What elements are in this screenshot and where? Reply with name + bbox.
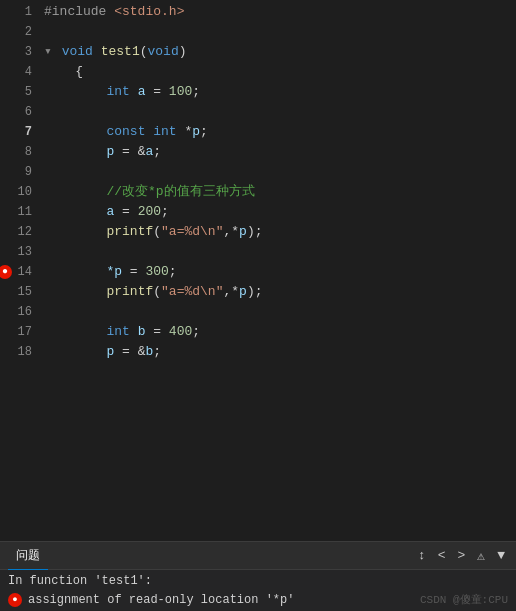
line-number-15: 15 — [0, 282, 32, 302]
line-number-1: 1 — [0, 2, 32, 22]
code-line-6 — [44, 102, 516, 122]
line-number-9: 9 — [0, 162, 32, 182]
line-number-7: 7 — [0, 122, 32, 142]
token: test1 — [101, 44, 140, 59]
token: int — [106, 324, 129, 339]
token: ( — [140, 44, 148, 59]
line-number-4: 4 — [0, 62, 32, 82]
line-number-10: 10 — [0, 182, 32, 202]
token: a — [138, 84, 146, 99]
token: b — [138, 324, 146, 339]
line-number-3: 3 — [0, 42, 32, 62]
code-line-4: { — [44, 62, 516, 82]
function-label: In function 'test1': — [8, 574, 508, 588]
token: int — [153, 124, 176, 139]
line-numbers: 12345678910111213●1415161718 — [0, 0, 40, 541]
token: int — [106, 84, 129, 99]
token: p — [239, 224, 247, 239]
token: 100 — [169, 84, 192, 99]
token: "a=%d\n" — [161, 224, 223, 239]
token: <stdio.h> — [114, 4, 184, 19]
code-line-14: *p = 300; — [44, 262, 516, 282]
code-content: #include <stdio.h> ▾ void test1(void) { … — [40, 0, 516, 541]
code-line-17: int b = 400; — [44, 322, 516, 342]
token: 200 — [138, 204, 161, 219]
code-line-1: #include <stdio.h> — [44, 2, 516, 22]
code-line-3: ▾ void test1(void) — [44, 42, 516, 62]
token: a — [145, 144, 153, 159]
token: 400 — [169, 324, 192, 339]
filter-icon[interactable]: ▼ — [494, 546, 508, 565]
prev-icon[interactable]: < — [435, 546, 449, 565]
line-number-6: 6 — [0, 102, 32, 122]
token: a — [106, 204, 114, 219]
token: #include — [44, 4, 114, 19]
fold-arrow[interactable]: ▾ — [44, 44, 60, 59]
code-area: 12345678910111213●1415161718 #include <s… — [0, 0, 516, 541]
code-line-9 — [44, 162, 516, 182]
token: const — [106, 124, 145, 139]
line-num-text: 11 — [18, 202, 32, 222]
token: p — [106, 344, 114, 359]
token: //改变*p的值有三种方式 — [106, 184, 254, 199]
error-message: assignment of read-only location '*p' — [28, 593, 294, 607]
error-icon: ● — [8, 593, 22, 607]
code-line-15: printf("a=%d\n",*p); — [44, 282, 516, 302]
line-num-text: 4 — [25, 62, 32, 82]
panel-icons: ↕ < > ⚠ ▼ — [415, 546, 508, 566]
line-number-8: 8 — [0, 142, 32, 162]
line-num-text: 13 — [18, 242, 32, 262]
line-num-text: 16 — [18, 302, 32, 322]
code-line-7: const int *p; — [44, 122, 516, 142]
token: printf — [106, 284, 153, 299]
code-line-18: p = &b; — [44, 342, 516, 362]
code-line-12: printf("a=%d\n",*p); — [44, 222, 516, 242]
token: "a=%d\n" — [161, 284, 223, 299]
line-number-11: 11 — [0, 202, 32, 222]
line-number-18: 18 — [0, 342, 32, 362]
line-num-text: 6 — [25, 102, 32, 122]
token: *p — [106, 264, 122, 279]
tab-problems[interactable]: 问题 — [8, 542, 48, 570]
token: { — [44, 64, 83, 79]
token: void — [62, 44, 93, 59]
code-line-11: a = 200; — [44, 202, 516, 222]
code-line-13 — [44, 242, 516, 262]
line-num-text: 9 — [25, 162, 32, 182]
line-number-17: 17 — [0, 322, 32, 342]
line-number-14: ●14 — [0, 262, 32, 282]
editor-container: 12345678910111213●1415161718 #include <s… — [0, 0, 516, 541]
sort-icon[interactable]: ↕ — [415, 546, 429, 565]
token: 300 — [145, 264, 168, 279]
line-num-text: 15 — [18, 282, 32, 302]
line-number-16: 16 — [0, 302, 32, 322]
token: p — [239, 284, 247, 299]
line-num-text: 10 — [18, 182, 32, 202]
next-icon[interactable]: > — [455, 546, 469, 565]
line-num-text: 8 — [25, 142, 32, 162]
error-indicator: ● — [0, 265, 12, 279]
token: p — [192, 124, 200, 139]
token: b — [145, 344, 153, 359]
code-line-2 — [44, 22, 516, 42]
line-num-text: 18 — [18, 342, 32, 362]
warning-icon[interactable]: ⚠ — [474, 546, 488, 566]
token: ) — [179, 44, 187, 59]
panel-tabs: 问题 ↕ < > ⚠ ▼ — [0, 542, 516, 570]
line-num-text: 3 — [25, 42, 32, 62]
line-number-13: 13 — [0, 242, 32, 262]
token: p — [106, 144, 114, 159]
line-num-text: 12 — [18, 222, 32, 242]
token: void — [148, 44, 179, 59]
line-num-text: 17 — [18, 322, 32, 342]
line-num-text: 14 — [18, 262, 32, 282]
line-num-text: 5 — [25, 82, 32, 102]
watermark: CSDN @傻童:CPU — [420, 592, 508, 607]
code-line-8: p = &a; — [44, 142, 516, 162]
line-num-text: 7 — [25, 122, 32, 142]
line-number-2: 2 — [0, 22, 32, 42]
code-line-10: //改变*p的值有三种方式 — [44, 182, 516, 202]
tab-problems-label: 问题 — [16, 549, 40, 563]
line-number-12: 12 — [0, 222, 32, 242]
line-number-5: 5 — [0, 82, 32, 102]
